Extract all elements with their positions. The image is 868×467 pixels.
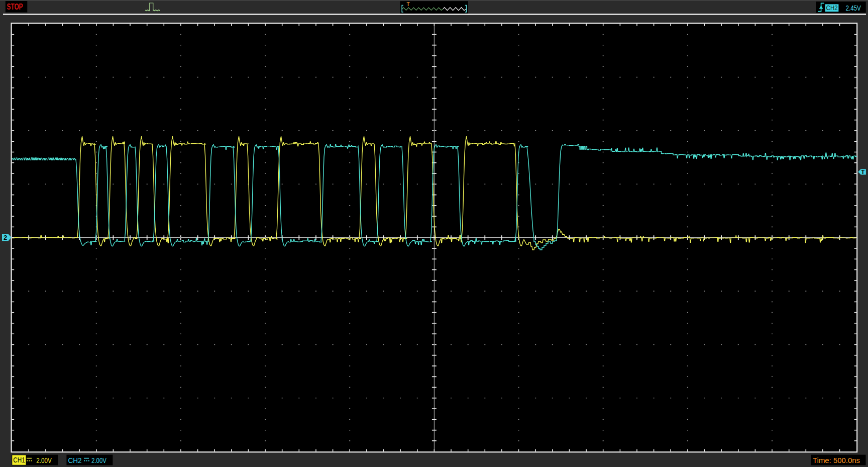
svg-text:T: T	[406, 2, 409, 7]
svg-text:2: 2	[4, 234, 7, 241]
svg-text:CH2: CH2	[826, 4, 838, 12]
svg-text:2.00V: 2.00V	[36, 456, 52, 464]
svg-text:Time: 500.0ns: Time: 500.0ns	[813, 456, 860, 464]
svg-text:2.00V: 2.00V	[91, 456, 106, 464]
svg-text:2.45V: 2.45V	[845, 4, 861, 12]
svg-text:T: T	[861, 169, 864, 175]
svg-text:CH2: CH2	[68, 456, 81, 464]
svg-text:STOP: STOP	[7, 3, 23, 11]
svg-text:CH1: CH1	[13, 456, 25, 464]
